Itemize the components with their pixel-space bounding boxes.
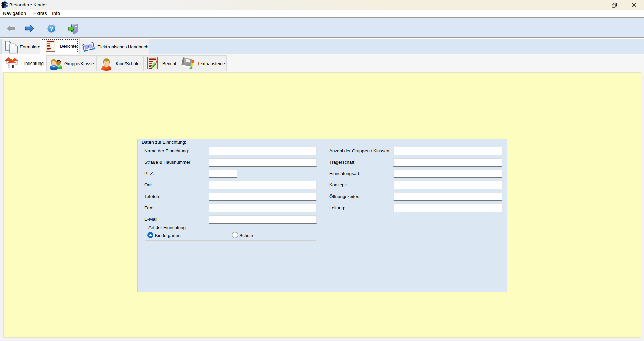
svg-text:?: ?: [50, 26, 53, 32]
